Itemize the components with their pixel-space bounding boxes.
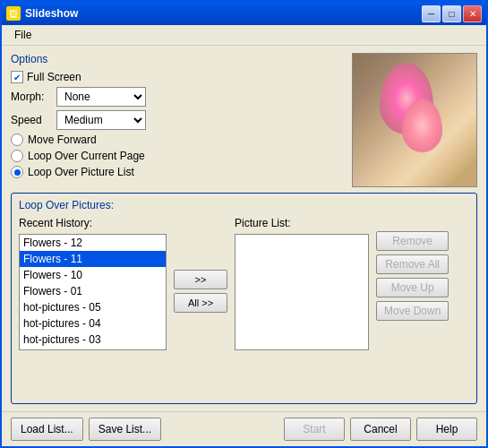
minimize-button[interactable]: ─	[422, 5, 441, 22]
recent-history-panel: Recent History: Flowers - 12 Flowers - 1…	[19, 217, 167, 350]
list-item[interactable]: hot-pictures - 05	[20, 299, 166, 315]
remove-all-button[interactable]: Remove All	[376, 254, 449, 274]
radio-loop-picture-label: Loop Over Picture List	[28, 166, 134, 178]
picture-list-label: Picture List:	[235, 217, 369, 229]
loop-body: Recent History: Flowers - 12 Flowers - 1…	[19, 217, 469, 350]
recent-history-label: Recent History:	[19, 217, 167, 229]
cancel-button[interactable]: Cancel	[350, 418, 411, 441]
picture-list-listbox[interactable]	[235, 234, 369, 350]
full-screen-row: ✔ Full Screen	[11, 71, 343, 83]
move-up-button[interactable]: Move Up	[376, 278, 449, 297]
full-screen-checkbox-container[interactable]: ✔ Full Screen	[11, 71, 81, 83]
options-panel: Options ✔ Full Screen Morph: None Fade S…	[11, 53, 343, 187]
radio-dot	[14, 169, 21, 176]
speed-row: Speed Slow Medium Fast	[11, 110, 343, 130]
load-list-button[interactable]: Load List...	[11, 418, 83, 441]
radio-move-forward-row: Move Forward	[11, 134, 343, 146]
bottom-bar: Load List... Save List... Start Cancel H…	[2, 411, 486, 446]
full-screen-label: Full Screen	[27, 71, 81, 83]
full-screen-checkbox[interactable]: ✔	[11, 71, 23, 83]
options-title: Options	[11, 53, 343, 65]
remove-button[interactable]: Remove	[376, 231, 449, 251]
picture-list-panel: Picture List:	[235, 217, 369, 350]
move-down-button[interactable]: Move Down	[376, 301, 449, 321]
radio-loop-current-label: Loop Over Current Page	[28, 150, 145, 162]
title-bar-left: 🖼 Slideshow	[6, 6, 78, 21]
add-selected-button[interactable]: >>	[174, 270, 227, 289]
window-title: Slideshow	[25, 7, 78, 20]
middle-buttons: >> All >>	[174, 217, 227, 350]
list-item[interactable]: Flowers - 11	[20, 251, 166, 267]
list-item[interactable]: Flowers - 12	[20, 235, 166, 251]
list-item[interactable]: Flowers - 10	[20, 267, 166, 283]
list-item[interactable]: hot-pictures - 03	[20, 332, 166, 348]
scrollbar-area: Flowers - 12 Flowers - 11 Flowers - 10 F…	[19, 234, 167, 350]
right-buttons: Remove Remove All Move Up Move Down	[376, 217, 449, 350]
recent-history-listbox[interactable]: Flowers - 12 Flowers - 11 Flowers - 10 F…	[19, 234, 167, 350]
list-item[interactable]: hot-pictures - 02	[20, 348, 166, 350]
radio-move-forward[interactable]	[11, 134, 23, 146]
title-buttons: ─ □ ✕	[422, 5, 482, 22]
morph-select[interactable]: None Fade Slide Zoom	[56, 87, 146, 107]
morph-row: Morph: None Fade Slide Zoom	[11, 87, 343, 107]
file-menu[interactable]: File	[9, 27, 37, 43]
title-bar: 🖼 Slideshow ─ □ ✕	[2, 2, 486, 25]
speed-select[interactable]: Slow Medium Fast	[56, 110, 146, 130]
add-all-button[interactable]: All >>	[174, 293, 227, 313]
app-icon: 🖼	[6, 6, 21, 21]
radio-loop-picture[interactable]	[11, 166, 23, 178]
radio-loop-current-row: Loop Over Current Page	[11, 150, 343, 162]
loop-section: Loop Over Pictures: Recent History: Flow…	[11, 193, 477, 404]
list-item[interactable]: hot-pictures - 04	[20, 315, 166, 332]
main-window: 🖼 Slideshow ─ □ ✕ File Options ✔ Full Sc…	[0, 0, 488, 448]
top-section: Options ✔ Full Screen Morph: None Fade S…	[11, 53, 477, 187]
close-button[interactable]: ✕	[463, 5, 482, 22]
menu-bar: File	[2, 25, 486, 46]
save-list-button[interactable]: Save List...	[89, 418, 161, 441]
speed-label: Speed	[11, 114, 51, 126]
start-button[interactable]: Start	[284, 418, 345, 441]
bottom-left: Load List... Save List...	[11, 418, 161, 441]
radio-move-forward-label: Move Forward	[28, 134, 97, 146]
morph-label: Morph:	[11, 90, 51, 103]
loop-section-title: Loop Over Pictures:	[19, 199, 469, 211]
help-button[interactable]: Help	[416, 418, 477, 441]
main-content: Options ✔ Full Screen Morph: None Fade S…	[2, 46, 486, 411]
bottom-right: Start Cancel Help	[284, 418, 477, 441]
radio-loop-current[interactable]	[11, 150, 23, 162]
maximize-button[interactable]: □	[442, 5, 461, 22]
preview-image	[352, 53, 477, 187]
radio-loop-picture-row: Loop Over Picture List	[11, 166, 343, 178]
list-item[interactable]: Flowers - 01	[20, 283, 166, 299]
